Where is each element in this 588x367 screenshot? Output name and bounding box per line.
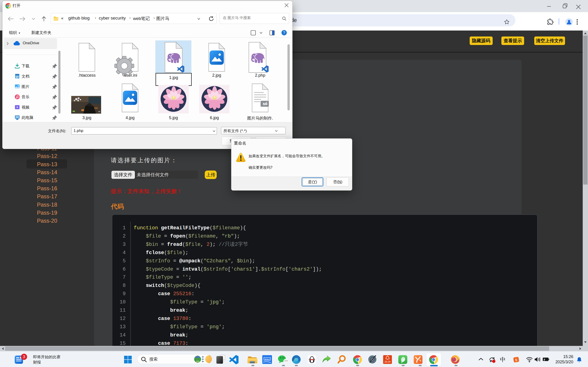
svg-text:KALI: KALI (264, 358, 269, 360)
svg-text:20.04: 20.04 (384, 360, 390, 363)
svg-text:S: S (515, 358, 517, 362)
svg-text:M: M (263, 102, 266, 106)
